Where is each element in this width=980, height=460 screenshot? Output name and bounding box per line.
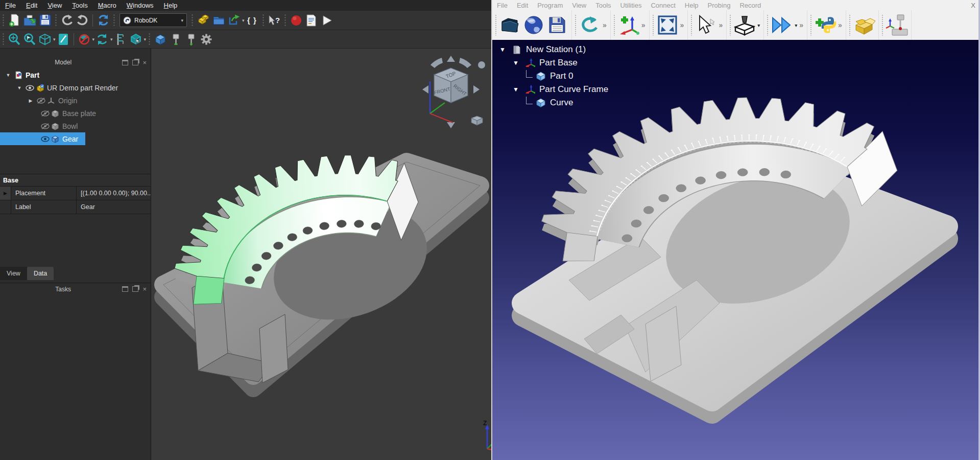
eye-hidden-icon[interactable]: [36, 97, 46, 104]
create-box-button[interactable]: [153, 32, 168, 47]
toolbar-grip[interactable]: [148, 33, 151, 46]
undo-button[interactable]: [59, 13, 75, 28]
toolbar-grip[interactable]: [729, 14, 731, 36]
expander-icon[interactable]: ▼: [14, 85, 25, 90]
menu-record[interactable]: Record: [735, 1, 766, 10]
axonometric-view-button[interactable]: [37, 32, 53, 47]
overflow-chevron-icon[interactable]: »: [718, 21, 724, 29]
toolbar-grip[interactable]: [2, 33, 5, 46]
overflow-chevron-icon[interactable]: »: [798, 21, 804, 29]
toolbar-grip[interactable]: [113, 14, 115, 27]
robodk-export-button[interactable]: [226, 13, 242, 28]
tree-item-part[interactable]: ▼ Part: [0, 68, 151, 81]
fast-simulation-button[interactable]: [770, 13, 794, 37]
panel-float-icon[interactable]: [132, 286, 138, 292]
whats-this-button[interactable]: ?: [267, 13, 282, 28]
fit-all-button[interactable]: [7, 32, 22, 47]
fit-all-button[interactable]: [656, 13, 679, 37]
property-value[interactable]: [(1.00 0.00 0.00); 90.00...: [77, 187, 151, 200]
undo-button[interactable]: [578, 13, 602, 37]
settings-gear-button[interactable]: [199, 32, 214, 47]
navcube-mini-cube[interactable]: [471, 116, 483, 125]
expander-icon[interactable]: ▶: [26, 98, 36, 103]
panel-float-icon[interactable]: [132, 60, 138, 65]
toolbar-grip[interactable]: [284, 14, 286, 27]
overflow-chevron-icon[interactable]: »: [602, 21, 608, 29]
export-package-button[interactable]: [852, 13, 876, 37]
toolbar-grip[interactable]: [849, 14, 851, 36]
execute-macro-button[interactable]: [319, 13, 334, 28]
save-button[interactable]: [37, 13, 53, 28]
workbench-selector[interactable]: RoboDK ▾: [119, 13, 187, 27]
menu-edit[interactable]: Edit: [21, 1, 42, 10]
expander-icon[interactable]: ▼: [3, 73, 13, 78]
add-reference-frame-button[interactable]: [617, 13, 640, 37]
tree-item-base-plate[interactable]: Base plate: [0, 107, 151, 120]
menu-view[interactable]: View: [42, 1, 67, 10]
tree-item-station[interactable]: ▼ New Station (1): [499, 43, 608, 56]
overflow-chevron-icon[interactable]: »: [837, 21, 843, 29]
measure-button[interactable]: [113, 32, 128, 47]
tree-item-part0[interactable]: Part 0: [499, 70, 608, 83]
menu-connect[interactable]: Connect: [646, 1, 680, 10]
open-document-button[interactable]: [22, 13, 37, 28]
robodk-folder-button[interactable]: [211, 13, 226, 28]
tcp-reference-button[interactable]: [168, 32, 183, 47]
tree-item-ur-demo-part[interactable]: ▼ UR Demo part Render: [0, 81, 151, 94]
toolbar-grip[interactable]: [613, 14, 615, 36]
panel-close-icon[interactable]: ×: [142, 286, 147, 292]
navigation-cube[interactable]: TOP FRONT RIGHT: [419, 53, 488, 130]
menu-help[interactable]: Help: [159, 1, 183, 10]
property-expand-icon[interactable]: ▶: [0, 187, 11, 200]
tab-data[interactable]: Data: [27, 267, 54, 280]
expander-icon[interactable]: ▼: [513, 86, 524, 93]
eye-visible-icon[interactable]: [40, 135, 50, 143]
freecad-3d-viewport[interactable]: TOP FRONT RIGHT Z: [151, 49, 491, 460]
menu-file[interactable]: File: [492, 1, 512, 10]
new-document-button[interactable]: [7, 13, 22, 28]
panel-minimize-icon[interactable]: [122, 60, 128, 65]
robodk-3d-viewport[interactable]: ▼ New Station (1) ▼ Part Base: [492, 40, 978, 460]
open-library-button[interactable]: [522, 13, 545, 37]
toolbar-grip[interactable]: [810, 14, 812, 36]
toolbar-grip[interactable]: [575, 14, 577, 36]
toolbar-grip[interactable]: [191, 14, 194, 27]
fit-selection-button[interactable]: [22, 32, 37, 47]
robodk-parts-button[interactable]: [196, 13, 211, 28]
tree-item-part-base[interactable]: ▼ Part Base: [499, 56, 608, 70]
menu-probing[interactable]: Probing: [703, 1, 735, 10]
tree-item-origin[interactable]: ▶ Origin: [0, 94, 151, 107]
chevron-down-icon[interactable]: ▾: [144, 37, 147, 42]
tab-view[interactable]: View: [0, 267, 27, 280]
toolbar-grip[interactable]: [767, 14, 769, 36]
toolbar-grip[interactable]: [2, 14, 5, 27]
menu-macro[interactable]: Macro: [93, 1, 122, 10]
panel-close-icon[interactable]: ×: [142, 60, 147, 65]
panel-minimize-icon[interactable]: [122, 286, 128, 292]
toolbar-grip[interactable]: [495, 14, 497, 36]
window-close-button[interactable]: X: [971, 2, 978, 9]
tree-item-part-curve-frame[interactable]: ▼ Part Curve Frame: [499, 83, 608, 96]
menu-utilities[interactable]: Utilities: [616, 1, 647, 10]
probe-reference-button[interactable]: [885, 13, 909, 37]
eye-visible-icon[interactable]: [25, 84, 35, 91]
rotate-view-button[interactable]: [94, 32, 110, 47]
add-python-program-button[interactable]: [814, 13, 837, 37]
menu-program[interactable]: Program: [533, 1, 567, 10]
sketch-view-button[interactable]: [56, 32, 71, 47]
refresh-button[interactable]: [95, 13, 111, 28]
menu-view[interactable]: View: [567, 1, 591, 10]
toolbar-grip[interactable]: [652, 14, 654, 36]
menu-edit[interactable]: Edit: [512, 1, 533, 10]
property-value[interactable]: Gear: [77, 200, 151, 214]
menu-file[interactable]: File: [0, 1, 21, 10]
robodk-api-button[interactable]: { }: [245, 13, 260, 28]
eye-hidden-icon[interactable]: [40, 110, 50, 117]
tree-item-curve[interactable]: Curve: [499, 96, 608, 109]
select-cursor-button[interactable]: [694, 13, 718, 37]
open-macro-button[interactable]: [304, 13, 319, 28]
toolbar-grip[interactable]: [881, 14, 883, 36]
overflow-chevron-icon[interactable]: »: [679, 21, 685, 29]
tcp-target-button[interactable]: [183, 32, 199, 47]
eye-hidden-icon[interactable]: [40, 123, 50, 130]
